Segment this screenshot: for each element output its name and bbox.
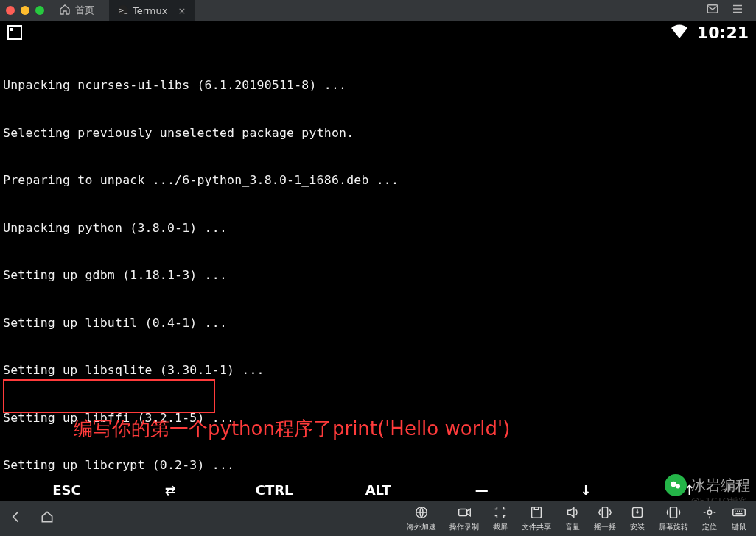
term-line: Unpacking python (3.8.0-1) ... [3, 220, 753, 236]
home-label: 首页 [75, 4, 94, 17]
minimize-window[interactable] [21, 6, 29, 15]
app-square-icon[interactable] [7, 25, 22, 40]
svg-point-2 [676, 484, 680, 489]
dock-record[interactable]: 操作录制 [449, 504, 479, 532]
titlebar: 首页 >_ Termux × [0, 0, 756, 21]
key-down[interactable]: ↓ [533, 482, 637, 498]
svg-rect-8 [670, 507, 676, 518]
svg-rect-6 [602, 507, 607, 518]
emulator-dock: 海外加速 操作录制 截屏 文件共享 音量 摇一摇 安装 屏幕旋转 [407, 504, 747, 532]
watermark-text: 冰岩编程 [691, 476, 750, 496]
term-line: Setting up libutil (0.4-1) ... [3, 315, 753, 331]
term-line: Preparing to unpack .../6-python_3.8.0-1… [3, 172, 753, 188]
svg-rect-5 [532, 507, 542, 518]
termux-softkeys: ESC ⇄ CTRL ALT — ↓ ↑ [0, 482, 756, 498]
svg-point-1 [671, 482, 676, 487]
dock-shake[interactable]: 摇一摇 [594, 504, 616, 532]
emulator-bottombar: 海外加速 操作录制 截屏 文件共享 音量 摇一摇 安装 屏幕旋转 [0, 501, 756, 536]
window-controls [6, 6, 44, 15]
term-line: Setting up gdbm (1.18.1-3) ... [3, 267, 753, 283]
dock-overseas[interactable]: 海外加速 [407, 504, 436, 532]
svg-rect-10 [733, 509, 746, 515]
status-clock: 10:21 [697, 24, 749, 42]
dock-install[interactable]: 安装 [629, 504, 645, 532]
dock-fileshare[interactable]: 文件共享 [522, 504, 551, 532]
terminal-icon: >_ [118, 5, 128, 15]
key-ctrl[interactable]: CTRL [223, 482, 326, 498]
mail-icon[interactable] [706, 2, 719, 18]
terminal-output[interactable]: Unpacking ncurses-ui-libs (6.1.20190511-… [0, 44, 756, 536]
term-line: Unpacking ncurses-ui-libs (6.1.20190511-… [3, 77, 753, 94]
menu-icon[interactable] [731, 2, 744, 18]
home-nav-icon[interactable] [40, 509, 55, 527]
maximize-window[interactable] [35, 6, 44, 15]
svg-point-9 [707, 510, 712, 515]
dock-rotate[interactable]: 屏幕旋转 [659, 504, 688, 532]
term-line: Selecting previously unselected package … [3, 125, 753, 141]
close-icon[interactable]: × [178, 5, 186, 16]
term-line: Setting up libffi (3.2.1-5) ... [3, 410, 753, 426]
dock-volume[interactable]: 音量 [564, 504, 581, 532]
close-window[interactable] [6, 6, 15, 15]
android-statusbar: 10:21 [0, 21, 756, 44]
tab-termux[interactable]: >_ Termux × [109, 0, 195, 21]
dock-screenshot[interactable]: 截屏 [492, 504, 508, 532]
dock-location[interactable]: 定位 [701, 504, 718, 532]
key-alt[interactable]: ALT [326, 482, 430, 498]
annotation-rect [3, 379, 215, 413]
term-line: Setting up libsqlite (3.30.1-1) ... [3, 362, 753, 378]
titlebar-actions [706, 2, 750, 18]
back-icon[interactable] [9, 509, 24, 527]
svg-rect-4 [459, 509, 467, 515]
wechat-icon [665, 474, 687, 496]
tab-label: Termux [133, 5, 167, 16]
home-icon [59, 4, 71, 18]
home-tab[interactable]: 首页 [50, 0, 103, 21]
key-esc[interactable]: ESC [15, 482, 119, 498]
wifi-icon [671, 24, 688, 41]
term-line: Setting up libcrypt (0.2-3) ... [3, 457, 753, 473]
android-nav [9, 509, 55, 527]
key-tab[interactable]: ⇄ [119, 482, 223, 498]
key-dash[interactable]: — [430, 482, 533, 498]
dock-keyboard[interactable]: 键鼠 [731, 504, 747, 532]
watermark: 冰岩编程 [665, 474, 750, 496]
